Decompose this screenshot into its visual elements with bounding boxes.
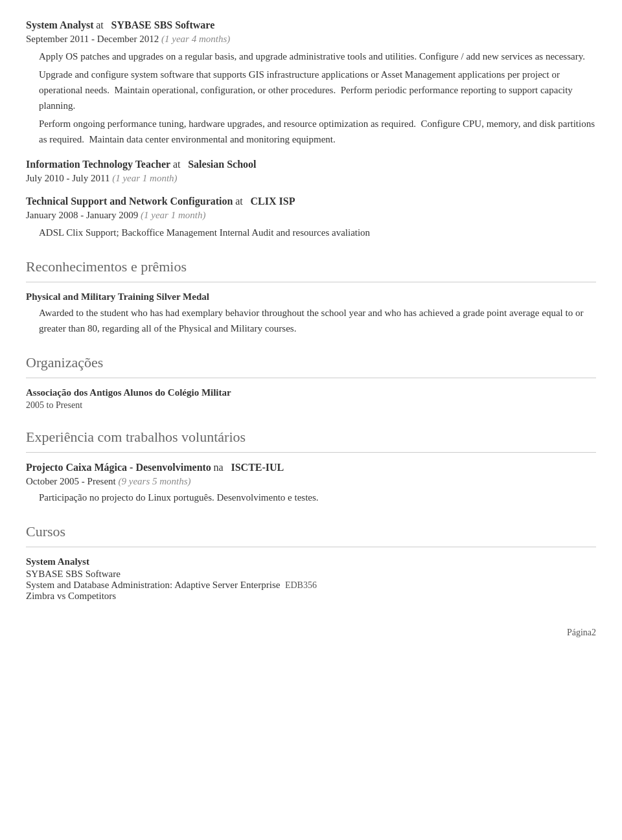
awards-divider (26, 282, 596, 282)
job-title-2: Information Technology Teacher (26, 159, 170, 170)
job-title-1: System Analyst (26, 19, 93, 30)
volunteer-company-1: ISCTE-IUL (231, 462, 284, 473)
volunteer-desc-1: Participação no projecto do Linux portug… (26, 490, 596, 505)
course-name-2: Zimbra vs Competitors (26, 591, 596, 602)
job-at-2: at (173, 159, 186, 170)
job-header-3: Technical Support and Network Configurat… (26, 196, 596, 207)
course-company-1: SYBASE SBS Software (26, 569, 596, 580)
org-divider (26, 378, 596, 378)
job-entry-1: System Analyst at SYBASE SBS Software Se… (26, 19, 596, 147)
page-number: Página2 (26, 628, 596, 638)
job-company-3: CLIX ISP (251, 196, 295, 207)
courses-section: Cursos System Analyst SYBASE SBS Softwar… (26, 523, 596, 602)
job-dates-1: September 2011 - December 2012 (1 year 4… (26, 34, 596, 45)
org-name-1: Associação dos Antigos Alunos do Colégio… (26, 387, 596, 398)
org-section-title: Organizações (26, 354, 596, 371)
award-name-1: Physical and Military Training Silver Me… (26, 291, 596, 302)
job-dates-2: July 2010 - July 2011 (1 year 1 month) (26, 173, 596, 184)
volunteer-entry-1: Projecto Caixa Mágica - Desenvolvimento … (26, 462, 596, 505)
org-date-1: 2005 to Present (26, 400, 596, 411)
courses-section-title: Cursos (26, 523, 596, 540)
job-at-3: at (235, 196, 248, 207)
job-company-2: Salesian School (188, 159, 256, 170)
volunteer-header-1: Projecto Caixa Mágica - Desenvolvimento … (26, 462, 596, 473)
job-desc-1: Apply OS patches and upgrades on a regul… (26, 49, 596, 147)
volunteer-section-title: Experiência com trabalhos voluntários (26, 429, 596, 446)
course-role-1: System Analyst (26, 556, 89, 567)
volunteer-title-1: Projecto Caixa Mágica - Desenvolvimento (26, 462, 211, 473)
volunteer-at-1: na (214, 462, 229, 473)
job-desc-3: ADSL Clix Support; Backoffice Management… (26, 225, 596, 240)
job-company-1: SYBASE SBS Software (111, 19, 215, 30)
awards-section: Reconhecimentos e prêmios Physical and M… (26, 258, 596, 336)
course-entry-1: System Analyst SYBASE SBS Software Syste… (26, 556, 596, 602)
volunteer-section: Experiência com trabalhos voluntários Pr… (26, 429, 596, 505)
course-name-1: System and Database Administration: Adap… (26, 580, 596, 591)
job-entry-3: Technical Support and Network Configurat… (26, 196, 596, 240)
courses-divider (26, 547, 596, 547)
volunteer-divider (26, 452, 596, 453)
volunteer-dates-1: October 2005 - Present (9 years 5 months… (26, 476, 596, 487)
job-header-1: System Analyst at SYBASE SBS Software (26, 19, 596, 31)
job-entry-2: Information Technology Teacher at Salesi… (26, 159, 596, 184)
job-title-3: Technical Support and Network Configurat… (26, 196, 233, 207)
job-dates-3: January 2008 - January 2009 (1 year 1 mo… (26, 210, 596, 221)
job-header-2: Information Technology Teacher at Salesi… (26, 159, 596, 170)
job-at-1: at (96, 19, 109, 30)
organizations-section: Organizações Associação dos Antigos Alun… (26, 354, 596, 411)
awards-section-title: Reconhecimentos e prêmios (26, 258, 596, 275)
award-desc-1: Awarded to the student who has had exemp… (26, 305, 596, 336)
